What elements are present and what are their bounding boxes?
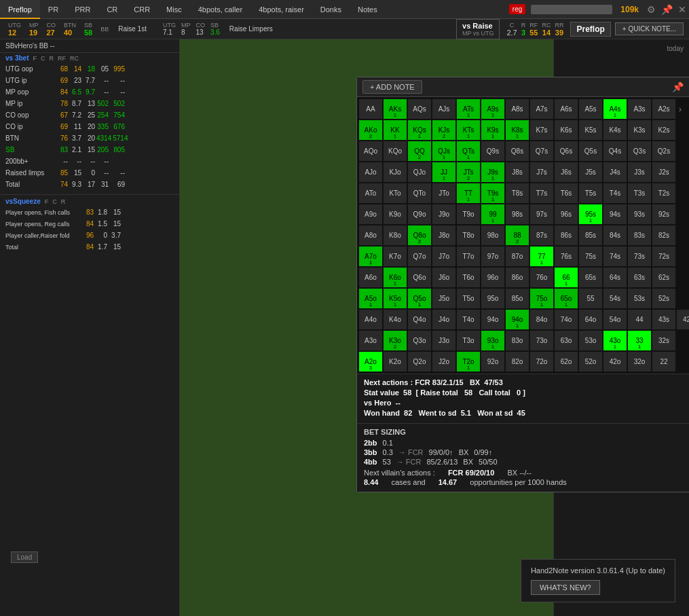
cell-A9s[interactable]: A9s1 bbox=[481, 98, 505, 120]
cell-ATo[interactable]: ATo bbox=[358, 183, 383, 204]
cell-32o[interactable]: 32o bbox=[627, 351, 652, 372]
cell-J3s[interactable]: J3s bbox=[627, 162, 652, 183]
cell-K8s[interactable]: K8s1 bbox=[505, 120, 529, 141]
cell-A3s[interactable]: A3s bbox=[627, 98, 652, 120]
cell-86s[interactable]: 86s bbox=[554, 225, 578, 246]
cell-76o[interactable]: 76o bbox=[529, 267, 554, 288]
cell-KQs[interactable]: KQs1 bbox=[407, 120, 432, 141]
cell-42s[interactable]: 42s bbox=[676, 309, 689, 330]
cell-TT[interactable]: TT1 bbox=[456, 183, 481, 204]
cell-83s[interactable]: 83s bbox=[627, 225, 652, 246]
cell-92s[interactable]: 92s bbox=[652, 204, 676, 225]
cell-85s[interactable]: 85s bbox=[578, 225, 603, 246]
cell-72s[interactable]: 72s bbox=[652, 246, 676, 267]
tab-pr[interactable]: PR bbox=[40, 0, 67, 19]
cell-62o[interactable]: 62o bbox=[554, 351, 578, 372]
tab-crr[interactable]: CRR bbox=[126, 0, 158, 19]
cell-97s[interactable]: 97s bbox=[529, 204, 554, 225]
cell-88[interactable]: 882 bbox=[505, 225, 529, 246]
cell-93o[interactable]: 93o1 bbox=[481, 330, 505, 351]
cell-J5s[interactable]: J5s bbox=[578, 162, 603, 183]
cell-K9s[interactable]: K9s1 bbox=[481, 120, 505, 141]
cell-73s[interactable]: 73s bbox=[627, 246, 652, 267]
cell-A7s[interactable]: A7s bbox=[529, 98, 554, 120]
cell-K6s[interactable]: K6s bbox=[554, 120, 578, 141]
cell-33[interactable]: 331 bbox=[627, 330, 652, 351]
cell-44[interactable]: 44 bbox=[627, 309, 652, 330]
add-note-button[interactable]: + ADD NOTE bbox=[362, 80, 422, 94]
cell-95o[interactable]: 95o bbox=[481, 288, 505, 309]
cell-T4s[interactable]: T4s bbox=[603, 183, 627, 204]
cell-64o[interactable]: 64o bbox=[578, 309, 603, 330]
cell-T8s[interactable]: T8s bbox=[505, 183, 529, 204]
cell-JTs[interactable]: JTs2 bbox=[456, 162, 481, 183]
cell-A6s[interactable]: A6s bbox=[554, 98, 578, 120]
cell-Q5o[interactable]: Q5o1 bbox=[407, 288, 432, 309]
cell-73o[interactable]: 73o bbox=[529, 330, 554, 351]
cell-Q9o[interactable]: Q9o bbox=[407, 204, 432, 225]
cell-53o[interactable]: 53o bbox=[578, 330, 603, 351]
cell-J4s[interactable]: J4s bbox=[603, 162, 627, 183]
cell-K5o[interactable]: K5o1 bbox=[383, 288, 407, 309]
cell-J2o[interactable]: J2o bbox=[432, 351, 456, 372]
cell-J2s[interactable]: J2s bbox=[652, 162, 676, 183]
cell-Q3o[interactable]: Q3o bbox=[407, 330, 432, 351]
cell-Q7o[interactable]: Q7o bbox=[407, 246, 432, 267]
cell-QTo[interactable]: QTo bbox=[407, 183, 432, 204]
cell-A2o[interactable]: A2o3 bbox=[358, 351, 383, 372]
cell-A8s[interactable]: A8s bbox=[505, 98, 529, 120]
grid-right-arrow[interactable]: › bbox=[676, 98, 684, 120]
cell-QQ[interactable]: QQ2 bbox=[407, 141, 432, 162]
cell-94s[interactable]: 94s bbox=[603, 204, 627, 225]
cell-62s[interactable]: 62s bbox=[652, 267, 676, 288]
cell-54o[interactable]: 54o bbox=[603, 309, 627, 330]
cell-T3s[interactable]: T3s bbox=[627, 183, 652, 204]
quick-note-button[interactable]: + QUICK NOTE... bbox=[615, 22, 684, 35]
cell-96o[interactable]: 96o bbox=[481, 267, 505, 288]
tab-4bpots-caller[interactable]: 4bpots, caller bbox=[190, 0, 250, 19]
cell-J6s[interactable]: J6s bbox=[554, 162, 578, 183]
cell-52o[interactable]: 52o bbox=[578, 351, 603, 372]
cell-KTs[interactable]: KTs1 bbox=[456, 120, 481, 141]
cell-J9s[interactable]: J9s1 bbox=[481, 162, 505, 183]
cell-J8o[interactable]: J8o bbox=[432, 225, 456, 246]
cell-K4o[interactable]: K4o bbox=[383, 309, 407, 330]
cell-54s[interactable]: 54s bbox=[603, 288, 627, 309]
cell-T2s[interactable]: T2s bbox=[652, 183, 676, 204]
cell-J7o[interactable]: J7o bbox=[432, 246, 456, 267]
cell-AJs[interactable]: AJs bbox=[432, 98, 456, 120]
cell-52s[interactable]: 52s bbox=[652, 288, 676, 309]
cell-92o[interactable]: 92o bbox=[481, 351, 505, 372]
cell-A7o[interactable]: A7o1 bbox=[358, 246, 383, 267]
cell-T7s[interactable]: T7s bbox=[529, 183, 554, 204]
cell-Q7s[interactable]: Q7s bbox=[529, 141, 554, 162]
cell-87s[interactable]: 87s bbox=[529, 225, 554, 246]
cell-KK[interactable]: KK1 bbox=[383, 120, 407, 141]
cell-J6o[interactable]: J6o bbox=[432, 267, 456, 288]
cell-T7o[interactable]: T7o bbox=[456, 246, 481, 267]
cell-63s[interactable]: 63s bbox=[627, 267, 652, 288]
cell-KJo[interactable]: KJo bbox=[383, 162, 407, 183]
cell-KTo[interactable]: KTo bbox=[383, 183, 407, 204]
tab-prr[interactable]: PRR bbox=[67, 0, 98, 19]
cell-AKo[interactable]: AKo2 bbox=[358, 120, 383, 141]
cell-65s[interactable]: 65s bbox=[578, 267, 603, 288]
cell-94o-filled[interactable]: 94o1 bbox=[505, 309, 529, 330]
cell-T6o[interactable]: T6o bbox=[456, 267, 481, 288]
cell-AQo[interactable]: AQo bbox=[358, 141, 383, 162]
cell-K4s[interactable]: K4s bbox=[603, 120, 627, 141]
cell-QJo[interactable]: QJo bbox=[407, 162, 432, 183]
cell-94o[interactable]: 94o bbox=[481, 309, 505, 330]
cell-Q8s[interactable]: Q8s bbox=[505, 141, 529, 162]
cell-K3s[interactable]: K3s bbox=[627, 120, 652, 141]
cell-Q2o[interactable]: Q2o bbox=[407, 351, 432, 372]
cell-QJs[interactable]: QJs1 bbox=[432, 141, 456, 162]
cell-AA[interactable]: AA bbox=[358, 98, 383, 120]
cell-43s[interactable]: 43s bbox=[652, 309, 676, 330]
cell-K7s[interactable]: K7s bbox=[529, 120, 554, 141]
cell-82o[interactable]: 82o bbox=[505, 351, 529, 372]
cell-Q3s[interactable]: Q3s bbox=[627, 141, 652, 162]
cell-A4o[interactable]: A4o bbox=[358, 309, 383, 330]
cell-97o[interactable]: 97o bbox=[481, 246, 505, 267]
modal-pin-button[interactable]: 📌 bbox=[672, 81, 684, 92]
